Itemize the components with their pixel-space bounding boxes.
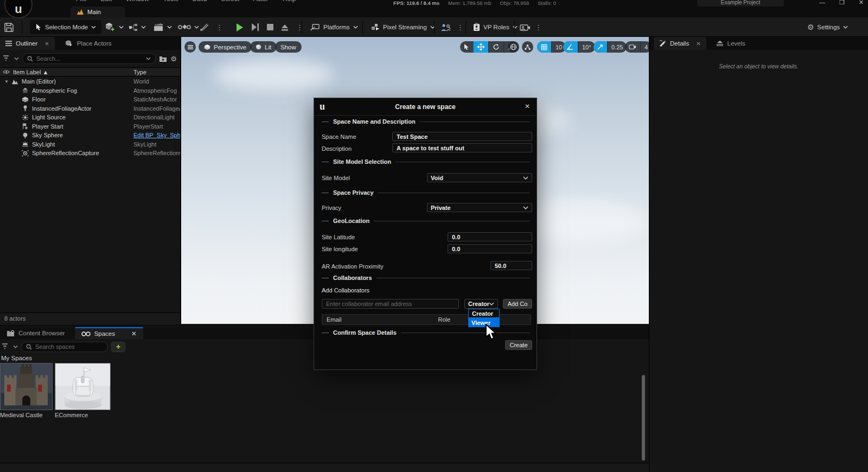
visibility-eye-icon[interactable] (3, 69, 10, 74)
viewport-show-dropdown[interactable]: Show (275, 41, 302, 53)
outliner-row[interactable]: Player StartPlayerStart (0, 122, 180, 131)
outliner-row[interactable]: SphereReflectionCaptureSphereReflectionC (0, 149, 180, 158)
space-tile-ecommerce[interactable]: ECommerce (55, 363, 111, 418)
rotation-snap-value[interactable]: 10° (578, 41, 595, 53)
tab-place-actors[interactable]: Place Actors (60, 37, 117, 50)
selection-mode-dropdown[interactable]: Selection Mode (30, 20, 101, 34)
collaborators-button[interactable] (441, 17, 451, 37)
select-tool-button[interactable] (460, 41, 473, 53)
skip-to-marker-icon[interactable] (251, 23, 259, 31)
viewport-perspective-dropdown[interactable]: Perspective (199, 41, 252, 53)
tab-outliner[interactable]: Outliner ✕ (0, 37, 55, 50)
tab-details[interactable]: Details ✕ (654, 37, 706, 50)
maximize-icon[interactable]: ❐ (839, 0, 845, 6)
add-collaborator-button[interactable]: Add Co (503, 299, 532, 309)
menu-actor[interactable]: Actor (253, 0, 269, 3)
eject-icon[interactable] (281, 24, 289, 31)
privacy-dropdown[interactable]: Private (427, 203, 532, 212)
create-button[interactable]: Create (505, 340, 532, 350)
menu-tools[interactable]: Tools (163, 0, 178, 3)
viewport-lit-dropdown[interactable]: Lit (250, 41, 277, 53)
virtual-camera-button[interactable] (520, 17, 531, 37)
move-tool-button[interactable] (473, 41, 488, 53)
camera-speed-button[interactable] (625, 41, 640, 53)
outliner-row[interactable]: Atmospheric FogAtmosphericFog (0, 86, 180, 95)
outliner-row[interactable]: SkyLightSkyLight (0, 140, 180, 149)
close-icon[interactable]: ✕ (859, 0, 864, 6)
scale-snap-value[interactable]: 0.25 (607, 41, 627, 53)
close-outliner-tab-icon[interactable]: ✕ (44, 41, 49, 47)
edit-blueprint-link[interactable]: Edit BP_Sky_Sphe (133, 132, 180, 138)
outliner-row[interactable]: FloorStaticMeshActor (0, 95, 180, 104)
space-name-input[interactable] (392, 132, 532, 141)
tab-levels[interactable]: Levels (711, 37, 751, 50)
filter-chevron-icon[interactable] (14, 57, 19, 60)
spaces-search[interactable] (21, 342, 108, 352)
brush-tool-button[interactable] (200, 17, 209, 37)
search-options-chevron-icon[interactable] (146, 57, 151, 60)
rotation-snap-toggle[interactable] (563, 41, 578, 53)
add-space-button[interactable]: + (111, 342, 125, 352)
dialog-close-icon[interactable]: ✕ (525, 103, 530, 110)
menu-select[interactable]: Select (221, 0, 239, 3)
ar-proximity-input[interactable] (490, 261, 532, 270)
menu-help[interactable]: Help (283, 0, 296, 3)
spaces-filter-icon[interactable] (2, 343, 10, 350)
site-model-dropdown[interactable]: Void (427, 173, 532, 182)
settings-dropdown[interactable]: ⚙ Settings (807, 17, 848, 37)
play-options-menu[interactable]: ⋮ (296, 23, 303, 31)
surface-snapping-button[interactable] (522, 41, 533, 53)
expand-arrow-icon[interactable]: ▼ (4, 79, 9, 84)
role-option-creator[interactable]: Creator (468, 309, 500, 318)
play-icon[interactable] (236, 23, 244, 31)
outliner-row[interactable]: InstancedFoliageActorInstancedFoliageA (0, 104, 180, 113)
tab-main-level[interactable]: Main (71, 7, 125, 17)
tab-spaces[interactable]: Spaces ✕ (75, 327, 143, 339)
column-type[interactable]: Type (133, 69, 180, 75)
virtual-camera-menu[interactable]: ⋮ (535, 17, 542, 37)
site-longitude-input[interactable] (448, 244, 532, 253)
viewport-menu-button[interactable] (184, 41, 196, 53)
rotate-tool-button[interactable] (488, 41, 503, 53)
add-actor-button[interactable] (105, 17, 124, 37)
outliner-search-input[interactable] (36, 55, 143, 62)
filter-icon[interactable] (3, 55, 11, 62)
outliner-row-sky-sphere[interactable]: Sky SphereEdit BP_Sky_Sphe (0, 131, 180, 140)
world-coordinate-button[interactable] (508, 41, 519, 53)
cinematics-button[interactable] (154, 17, 172, 37)
collaborators-menu[interactable]: ⋮ (457, 17, 464, 37)
outliner-settings-gear-icon[interactable]: ⚙ (170, 55, 177, 63)
platforms-dropdown[interactable]: Platforms (310, 17, 358, 37)
stop-icon[interactable] (267, 24, 273, 30)
menu-build[interactable]: Build (193, 0, 207, 3)
menu-file[interactable]: File (76, 0, 86, 3)
toolbar-overflow-menu[interactable]: ⋮ (216, 17, 223, 37)
outliner-row[interactable]: Light SourceDirectionalLight (0, 113, 180, 122)
spaces-search-input[interactable] (35, 343, 103, 350)
collaborator-email-input[interactable] (322, 299, 459, 309)
save-button[interactable] (4, 17, 14, 37)
pixel-streaming-dropdown[interactable]: Pixel Streaming (371, 17, 435, 37)
menu-edit[interactable]: Edit (100, 0, 112, 3)
description-input[interactable] (392, 143, 532, 152)
blueprints-button[interactable] (129, 17, 146, 37)
spaces-scrollbar[interactable] (642, 375, 645, 461)
outliner-search[interactable] (22, 53, 156, 64)
grid-snap-toggle[interactable] (537, 41, 551, 53)
spaces-filter-chevron-icon[interactable] (13, 345, 18, 348)
project-name-button[interactable]: Example Project (697, 0, 784, 7)
new-folder-icon[interactable] (159, 55, 167, 62)
column-item-label[interactable]: Item Label ▲ (13, 69, 48, 75)
site-latitude-input[interactable] (448, 232, 532, 241)
menu-window[interactable]: Window (126, 0, 149, 3)
tab-content-browser[interactable]: Content Browser (0, 327, 72, 339)
outliner-row-world[interactable]: ▼ Main (Editor)World (0, 77, 180, 86)
collaborator-role-dropdown[interactable]: Creator (464, 299, 498, 309)
close-details-tab-icon[interactable]: ✕ (696, 41, 700, 47)
sequencer-button[interactable] (178, 17, 199, 37)
space-tile-medieval-castle[interactable]: Medieval Castle (0, 363, 53, 418)
vp-roles-dropdown[interactable]: VP Roles (473, 17, 518, 37)
close-spaces-tab-icon[interactable]: ✕ (131, 330, 137, 337)
scale-snap-toggle[interactable] (593, 41, 607, 53)
camera-speed-value[interactable]: 4 (640, 41, 649, 53)
